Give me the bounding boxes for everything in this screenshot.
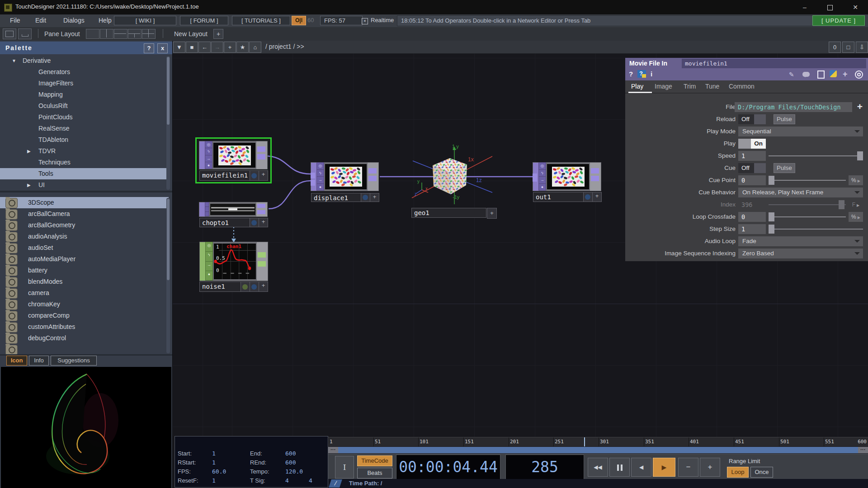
stepsize-slider[interactable] bbox=[769, 229, 863, 230]
forward-icon[interactable]: → bbox=[211, 42, 223, 53]
timeline-range-bar[interactable]: ••• ••• bbox=[328, 446, 868, 454]
node-moviefilein1[interactable]: ◎ϟ→● bbox=[199, 141, 268, 169]
node-name[interactable]: geo1 bbox=[411, 208, 486, 218]
speed-field[interactable]: 1 bbox=[738, 151, 766, 161]
forum-button[interactable]: [ FORUM ] bbox=[180, 16, 228, 25]
tab-tune[interactable]: Tune bbox=[705, 83, 719, 90]
list-item-audioanalysis[interactable]: audioAnalysis bbox=[0, 231, 169, 242]
node-export-button[interactable] bbox=[241, 282, 250, 292]
display-flag-icon[interactable]: ◎ bbox=[205, 242, 213, 252]
list-item-blendmodes[interactable]: blendModes bbox=[0, 276, 169, 287]
node-flag-icons[interactable]: ◎ϟ→● bbox=[316, 163, 324, 191]
slider-handle[interactable] bbox=[769, 176, 774, 185]
breadcrumb[interactable]: / project1 / >> bbox=[265, 43, 304, 50]
slider-handle[interactable] bbox=[769, 212, 774, 221]
tree-item-mapping[interactable]: Mapping bbox=[0, 89, 169, 100]
node-lock-button[interactable] bbox=[250, 218, 259, 227]
output-connector[interactable] bbox=[368, 176, 377, 181]
update-button[interactable]: [ UPDATE ] bbox=[812, 15, 865, 26]
add-icon[interactable]: + bbox=[224, 42, 236, 53]
output-connector[interactable] bbox=[258, 261, 266, 267]
tab-info[interactable]: Info bbox=[29, 356, 49, 366]
rstart-value[interactable]: 1 bbox=[212, 458, 216, 467]
node-name[interactable]: chopto1 bbox=[199, 218, 250, 227]
list-item-debugcontrol[interactable]: debugControl bbox=[0, 333, 169, 344]
tab-image[interactable]: Image bbox=[655, 83, 672, 90]
list-item-customattributes[interactable]: customAttributes bbox=[0, 321, 169, 333]
viewer-flag-icon[interactable]: ϟ bbox=[205, 148, 212, 155]
comment-icon[interactable] bbox=[802, 72, 810, 77]
play-toggle[interactable]: On bbox=[738, 139, 766, 149]
render-flag-icon[interactable]: ● bbox=[538, 183, 546, 191]
node-flag-icons[interactable]: ◎ϟ→● bbox=[538, 163, 546, 191]
rend-value[interactable]: 600 bbox=[285, 458, 296, 467]
node-lock-button[interactable] bbox=[584, 192, 593, 202]
node-geo1[interactable]: 1 y 1x 1z -1y y x z bbox=[409, 145, 495, 207]
ibeam-cursor-button[interactable]: I bbox=[335, 456, 354, 479]
list-item-arcballgeometry[interactable]: arcBallGeometry bbox=[0, 220, 169, 231]
cuepoint-unit-button[interactable]: % bbox=[849, 175, 863, 185]
output-connector[interactable] bbox=[591, 168, 599, 174]
node-expand-button[interactable]: + bbox=[487, 208, 497, 219]
list-item-chromakey[interactable]: chromaKey bbox=[0, 299, 169, 310]
output-connector[interactable] bbox=[591, 176, 599, 181]
display-flag-icon[interactable]: ◎ bbox=[538, 162, 546, 170]
node-flag-icons[interactable]: ◎ϟ→● bbox=[205, 242, 213, 281]
speed-slider[interactable] bbox=[769, 155, 863, 156]
tree-item-oculusrift[interactable]: OculusRift bbox=[0, 100, 169, 112]
tree-item-generators[interactable]: Generators bbox=[0, 66, 169, 78]
range-start-handle[interactable]: ••• bbox=[328, 447, 338, 453]
tab-suggestions[interactable]: Suggestions bbox=[51, 356, 97, 366]
tree-item-tdvr[interactable]: TDVR bbox=[0, 145, 169, 157]
range-fill[interactable] bbox=[338, 447, 858, 453]
input-connector[interactable] bbox=[311, 173, 315, 178]
slider-handle[interactable] bbox=[769, 225, 774, 234]
list-scrollbar[interactable] bbox=[166, 198, 170, 353]
tab-common[interactable]: Common bbox=[729, 83, 755, 90]
output-connector[interactable] bbox=[257, 146, 265, 152]
output-connector[interactable] bbox=[257, 204, 265, 208]
node-name[interactable]: out1 bbox=[533, 192, 584, 202]
tree-item-ui[interactable]: UI bbox=[0, 179, 169, 191]
tree-item-realsense[interactable]: RealSense bbox=[0, 123, 169, 134]
back-icon[interactable]: ← bbox=[198, 42, 211, 53]
tree-item-tools[interactable]: Tools bbox=[0, 168, 169, 179]
bookmark-star-icon[interactable]: ★ bbox=[236, 42, 249, 53]
timeline-ruler[interactable]: 1 51 101 151 201 251 301 351 401 451 501… bbox=[328, 437, 868, 447]
range-end-handle[interactable]: ••• bbox=[858, 447, 868, 453]
list-item-comparecomp[interactable]: compareComp bbox=[0, 310, 169, 321]
display-flag-icon[interactable]: ◎ bbox=[316, 162, 324, 170]
palette-help-button[interactable]: ? bbox=[144, 43, 154, 53]
wiki-button[interactable]: [ WIKI ] bbox=[114, 16, 176, 25]
output-connector[interactable] bbox=[368, 168, 377, 174]
layout-hsplit-icon[interactable] bbox=[114, 29, 127, 39]
viewer-flag-icon[interactable]: ϟ bbox=[316, 169, 324, 177]
cue-pulse-button[interactable]: Pulse bbox=[774, 163, 795, 173]
tree-item-tdableton[interactable]: TDAbleton bbox=[0, 134, 169, 145]
stepsize-field[interactable]: 1 bbox=[738, 224, 766, 234]
tempo-value[interactable]: 120.0 bbox=[285, 467, 303, 476]
frame-increment-button[interactable]: + bbox=[700, 458, 720, 477]
list-item-3dscope[interactable]: 3DScope bbox=[0, 197, 169, 208]
cue-toggle[interactable]: Off bbox=[738, 163, 766, 173]
stop-icon[interactable]: ■ bbox=[186, 42, 198, 53]
once-button[interactable]: Once bbox=[750, 467, 773, 478]
clone-flag-icon[interactable]: → bbox=[205, 155, 212, 162]
list-item-battery[interactable]: battery bbox=[0, 265, 169, 276]
resetf-value[interactable]: 1 bbox=[212, 476, 216, 485]
menu-edit[interactable]: Edit bbox=[35, 17, 46, 24]
viewer-flag-icon[interactable]: ϟ bbox=[538, 169, 546, 177]
palette-close-button[interactable]: x bbox=[157, 43, 168, 53]
list-item-automediaplayer[interactable]: autoMediaPlayer bbox=[0, 253, 169, 265]
zero-children-button[interactable]: 0 bbox=[829, 42, 841, 53]
pane-dropdown-icon[interactable]: ▼ bbox=[173, 42, 185, 53]
maximize-pane-icon[interactable]: □ bbox=[842, 42, 854, 53]
oi-toggle-button[interactable]: O|I bbox=[292, 16, 306, 25]
loopcrossfade-unit-button[interactable]: % bbox=[849, 212, 863, 222]
tree-item-derivative[interactable]: Derivative bbox=[0, 55, 169, 66]
loop-button[interactable]: Loop bbox=[727, 467, 749, 478]
info-icon[interactable]: i bbox=[651, 70, 652, 78]
list-item-camera[interactable]: camera bbox=[0, 287, 169, 299]
end-value[interactable]: 600 bbox=[285, 449, 296, 458]
input-connector[interactable] bbox=[311, 180, 315, 186]
